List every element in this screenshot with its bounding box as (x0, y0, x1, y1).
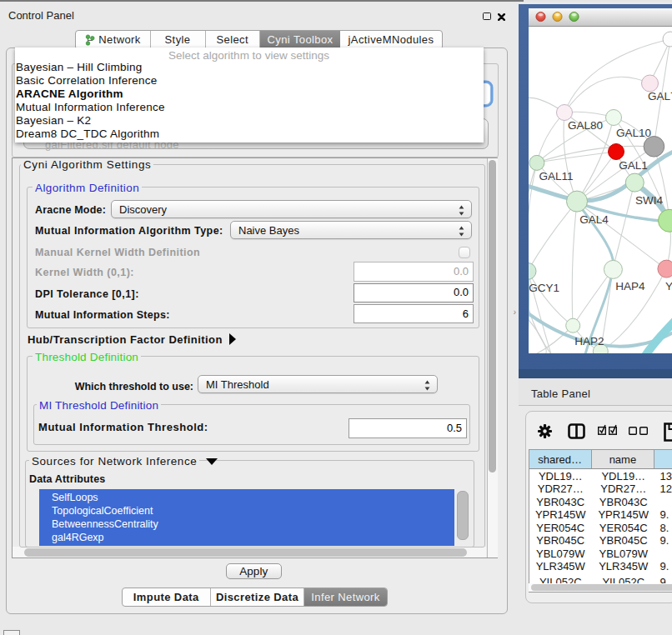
svg-text:SWI4: SWI4 (635, 194, 663, 207)
svg-text:GAL80: GAL80 (568, 119, 603, 132)
svg-text:GAL10: GAL10 (616, 127, 651, 139)
svg-text:GAL7: GAL7 (648, 90, 672, 102)
svg-text:HAP4: HAP4 (615, 280, 645, 292)
svg-text:GAL1: GAL1 (619, 159, 648, 172)
svg-text:HAP2: HAP2 (574, 334, 604, 347)
svg-text:GAL11: GAL11 (539, 170, 573, 182)
svg-text:GAL4: GAL4 (579, 212, 609, 225)
svg-text:GCY1: GCY1 (529, 282, 559, 294)
svg-text:YD: YD (665, 279, 672, 292)
